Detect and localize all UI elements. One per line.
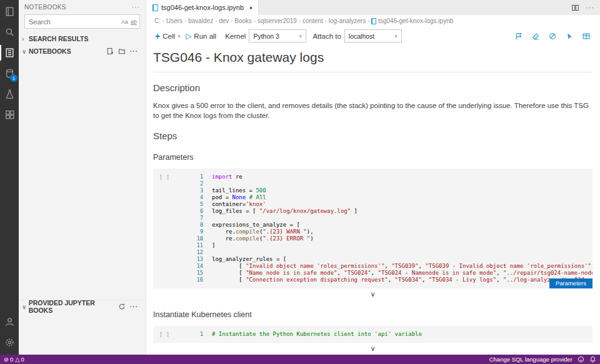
sidebar-title-label: NOTEBOOKS — [24, 4, 66, 11]
refresh-icon[interactable] — [118, 303, 126, 310]
description-heading: Description — [153, 82, 592, 93]
open-folder-icon[interactable] — [118, 47, 126, 55]
section-notebooks[interactable]: ∨ NOTEBOOKS ··· — [19, 45, 146, 57]
new-notebook-icon[interactable] — [106, 47, 114, 55]
plus-icon: + — [155, 32, 160, 41]
chevron-down-icon: ∨ — [394, 34, 398, 39]
tab-notebook[interactable]: tsg046-get-knox-logs.ipynb ● — [147, 0, 259, 15]
flask-icon[interactable] — [0, 84, 19, 104]
add-cell-button[interactable]: + Cell ∨ — [152, 32, 183, 41]
play-icon: ▷ — [186, 32, 191, 40]
trusted-flag-icon[interactable] — [514, 32, 523, 41]
editor-more-actions[interactable]: ··· — [586, 4, 594, 11]
section-label: NOTEBOOKS — [29, 47, 71, 55]
notebooks-more-actions[interactable]: ··· — [130, 48, 138, 55]
chevron-down-icon: ∨ — [22, 48, 29, 55]
notebook-title: TSG046 - Knox gateway logs — [153, 50, 592, 72]
extensions-icon[interactable] — [0, 104, 19, 125]
warnings-count: 0 — [21, 356, 24, 363]
activity-bar: 1 — [0, 0, 19, 355]
code-line: 10 re.compile(".{23} ERROR ") — [176, 235, 592, 242]
problems-warnings[interactable]: △ 0 — [15, 356, 24, 363]
cell-collapse-chevron-icon[interactable]: ∨ — [153, 290, 592, 298]
line-number: 5 — [176, 201, 212, 208]
breadcrumb-item[interactable]: Books — [232, 17, 254, 24]
cell-collapse-chevron-icon[interactable]: ∨ — [153, 345, 592, 353]
warnings-icon: △ — [15, 356, 19, 363]
no-execute-icon[interactable] — [548, 32, 557, 41]
change-sql-provider-button[interactable]: Change SQL language provider — [489, 356, 572, 363]
line-number: 8 — [176, 222, 212, 229]
account-icon[interactable] — [0, 312, 19, 332]
chevron-down-icon: ∨ — [22, 303, 29, 310]
grid-view-icon[interactable] — [582, 32, 591, 41]
code-cell-instantiate: [ ] 1# Instantiate the Python Kubernetes… — [153, 326, 592, 343]
clear-results-eraser-icon[interactable] — [531, 32, 540, 41]
breadcrumb-item[interactable]: bavaldez — [186, 17, 215, 24]
breadcrumb-item[interactable]: tsg046-get-knox-logs.ipynb — [369, 17, 455, 24]
attach-to-dropdown[interactable]: localhost ∨ — [344, 29, 402, 42]
section-provided-jupyter-books[interactable]: ∨ PROVIDED JUPYTER BOOKS ··· — [19, 300, 146, 313]
cell-exec-indicator[interactable]: [ ] — [153, 174, 176, 283]
code-line: 5container='knox' — [176, 201, 592, 208]
connections-badge: 1 — [10, 74, 18, 82]
breadcrumb-item[interactable]: C: — [152, 17, 162, 24]
cell-exec-indicator[interactable]: [ ] — [153, 331, 176, 338]
chevron-down-icon: ∨ — [178, 34, 181, 39]
code-cell-parameters: [ ] 1import re23tail_lines = 5004pod = N… — [153, 169, 592, 288]
code-line: 14 [ "Invalid object name 'roles_permiss… — [176, 263, 592, 270]
code-line: 2 — [176, 180, 592, 187]
sidebar-more-actions[interactable]: ··· — [132, 4, 140, 11]
sidebar-title: NOTEBOOKS ··· — [19, 0, 146, 14]
chevron-right-icon: › — [22, 36, 29, 42]
breadcrumb-item[interactable]: content — [301, 17, 325, 24]
add-cell-label: Cell — [162, 32, 175, 40]
split-editor-icon[interactable] — [571, 4, 579, 12]
line-number: 15 — [176, 270, 212, 277]
cursor-select-icon[interactable] — [565, 32, 574, 41]
kernel-dropdown[interactable]: Python 3 ∨ — [249, 29, 306, 42]
breadcrumb-item[interactable]: Users — [164, 17, 184, 24]
line-number: 6 — [176, 208, 212, 215]
code-line: 3tail_lines = 500 — [176, 187, 592, 194]
errors-count: 0 — [10, 356, 13, 363]
code-line: 8expressions_to_analyze = [ — [176, 222, 592, 229]
run-all-button[interactable]: ▷ Run all — [183, 32, 219, 40]
book-icon[interactable] — [0, 1, 19, 22]
settings-gear-icon[interactable] — [0, 332, 19, 353]
notifications-bell-icon[interactable] — [589, 356, 596, 363]
status-bar-right: Change SQL language provider — [489, 356, 596, 363]
tab-bar-actions: ··· — [571, 0, 600, 15]
line-number: 12 — [176, 249, 212, 256]
breadcrumb-item[interactable]: sqlserver2019 — [256, 17, 299, 24]
whole-word-toggle[interactable]: ab — [131, 19, 137, 25]
description-text: Knox gives a 500 error to the client, an… — [153, 101, 592, 121]
section-search-results[interactable]: › SEARCH RESULTS — [19, 32, 146, 45]
search-icon[interactable] — [0, 22, 19, 42]
notebook-icon[interactable] — [0, 42, 19, 63]
code-line: 4pod = None # All — [176, 194, 592, 201]
problems-errors[interactable]: ⊘ 0 — [4, 356, 13, 363]
line-number: 7 — [176, 215, 212, 222]
chevron-down-icon: ∨ — [299, 34, 302, 39]
kernel-label: Kernel — [225, 32, 246, 40]
code-line: 11] — [176, 242, 592, 249]
toolbar-right-actions — [514, 32, 594, 41]
search-input[interactable] — [28, 17, 119, 26]
parameters-heading: Parameters — [153, 153, 592, 162]
activity-bar-bottom — [0, 312, 19, 355]
breadcrumb-item[interactable]: dev — [217, 17, 231, 24]
search-box: Aa ab — [24, 14, 140, 29]
code-line: 1# Instantiate the Python Kubernetes cli… — [176, 331, 592, 338]
match-case-toggle[interactable]: Aa — [121, 19, 128, 25]
steps-heading: Steps — [153, 130, 592, 141]
code-line: 16 [ "Connection exception dispatching r… — [176, 277, 592, 283]
code-line: 1import re — [176, 174, 592, 180]
connections-icon[interactable]: 1 — [0, 63, 19, 84]
provided-books-more-actions[interactable]: ··· — [130, 303, 138, 310]
breadcrumb-item[interactable]: log-analyzers — [327, 17, 368, 24]
parameters-badge[interactable]: Parameters — [549, 278, 592, 288]
feedback-smiley-icon[interactable] — [578, 356, 584, 363]
line-number: 4 — [176, 194, 212, 201]
tab-bar: tsg046-get-knox-logs.ipynb ● ··· — [147, 0, 600, 15]
